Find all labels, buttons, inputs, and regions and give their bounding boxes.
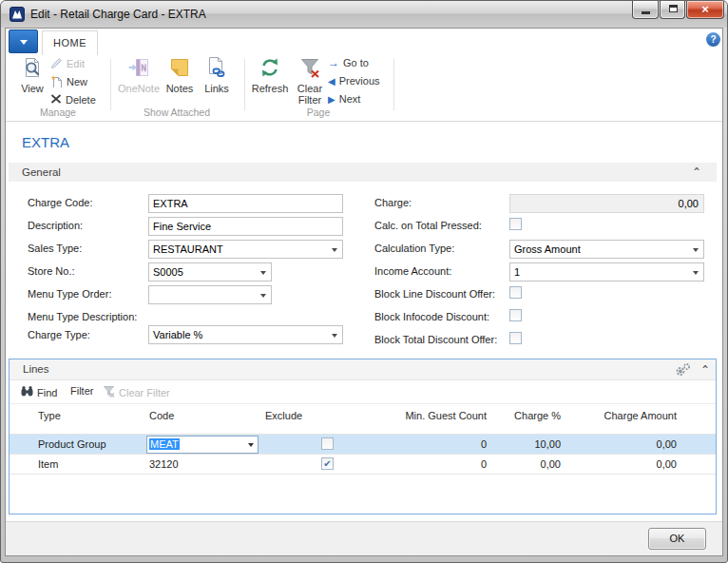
window: Edit - Retail Charge Card - EXTRA × HOME… — [0, 0, 728, 563]
minimize-icon — [642, 11, 650, 14]
lines-section: Lines ^ Find Filter Clear Filter Type Co… — [9, 359, 717, 514]
new-icon — [50, 75, 63, 89]
menu-type-description-label: Menu Type Description: — [28, 311, 137, 322]
minimize-button[interactable] — [632, 1, 659, 19]
column-header-type[interactable]: Type — [38, 410, 61, 421]
description-input[interactable] — [148, 217, 343, 236]
block-line-discount-checkbox[interactable] — [509, 286, 522, 299]
calc-on-total-pressed-label: Calc. on Total Pressed: — [374, 220, 482, 231]
goto-button[interactable]: → Go to — [328, 55, 369, 70]
calculation-type-select[interactable]: Gross Amount — [509, 240, 704, 259]
clear-filter-icon — [298, 56, 321, 81]
lines-toolbar: Find Filter Clear Filter — [10, 380, 716, 404]
charge-code-input[interactable] — [148, 194, 343, 213]
description-label: Description: — [28, 220, 83, 231]
menu-type-order-select[interactable] — [148, 285, 272, 304]
column-header-charge-pct[interactable]: Charge % — [485, 410, 561, 421]
chevron-down-icon — [248, 443, 254, 447]
find-button[interactable]: Find — [21, 385, 57, 399]
maximize-icon — [669, 5, 678, 12]
ribbon-separator — [244, 59, 245, 110]
chevron-down-icon — [693, 248, 699, 252]
window-title: Edit - Retail Charge Card - EXTRA — [30, 8, 206, 21]
notes-icon — [168, 56, 191, 81]
titlebar[interactable]: Edit - Retail Charge Card - EXTRA × — [1, 1, 727, 28]
charge-type-label: Charge Type: — [28, 329, 90, 340]
new-button[interactable]: New — [50, 74, 87, 89]
view-icon — [21, 56, 44, 81]
chevron-down-icon — [20, 40, 28, 45]
exclude-checkbox[interactable]: ✔ — [321, 457, 334, 470]
block-line-discount-label: Block Line Discount Offer: — [374, 288, 495, 300]
edit-icon — [50, 57, 63, 71]
next-button[interactable]: ▶ Next — [328, 91, 360, 107]
charge-type-select[interactable]: Variable % — [148, 325, 343, 344]
store-no-select[interactable]: S0005 — [148, 262, 272, 282]
group-label-page: Page — [244, 107, 393, 118]
help-icon: ? — [710, 34, 716, 45]
chevron-down-icon — [260, 271, 266, 275]
group-label-manage: Manage — [9, 107, 107, 118]
column-header-charge-amount[interactable]: Charge Amount — [580, 410, 677, 421]
previous-button[interactable]: ◀ Previous — [328, 73, 380, 88]
charge-field: 0,00 — [509, 194, 704, 213]
ribbon-separator — [393, 59, 394, 110]
close-icon: × — [701, 2, 709, 16]
chevron-down-icon — [332, 334, 337, 338]
chevron-down-icon — [260, 294, 266, 298]
find-icon — [21, 385, 33, 399]
income-account-select[interactable]: 1 — [509, 262, 704, 282]
view-button[interactable]: View — [14, 56, 50, 95]
tab-home[interactable]: HOME — [42, 30, 98, 55]
ribbon-divider — [6, 121, 722, 122]
application-menu-button[interactable] — [9, 29, 38, 53]
close-button[interactable]: × — [686, 1, 724, 19]
table-row[interactable]: Product Group MEAT 0 10,00 0,00 — [10, 435, 716, 455]
calculation-type-label: Calculation Type: — [374, 243, 454, 254]
block-infocode-discount-label: Block Infocode Discount: — [374, 311, 489, 322]
clear-filter-button[interactable]: Clear Filter — [292, 56, 328, 106]
exclude-checkbox[interactable] — [321, 437, 334, 450]
filter-button[interactable]: Filter — [70, 385, 93, 397]
chevron-down-icon — [693, 271, 699, 275]
collapse-general-icon[interactable]: ^ — [694, 163, 699, 182]
charge-code-label: Charge Code: — [28, 197, 93, 208]
ribbon-separator — [110, 59, 111, 110]
block-total-discount-checkbox[interactable] — [509, 332, 522, 344]
onenote-icon — [127, 56, 150, 81]
ok-button[interactable]: OK — [648, 528, 706, 550]
links-button[interactable]: Links — [199, 56, 235, 95]
block-infocode-discount-checkbox[interactable] — [509, 309, 522, 321]
column-header-code[interactable]: Code — [149, 410, 174, 421]
menu-type-order-label: Menu Type Order: — [28, 288, 111, 300]
next-icon: ▶ — [328, 94, 335, 105]
page-title: EXTRA — [22, 134, 69, 150]
code-cell-editor[interactable]: MEAT — [146, 436, 259, 454]
store-no-label: Store No.: — [28, 265, 75, 277]
column-header-min-guest-count[interactable]: Min. Guest Count — [380, 410, 487, 421]
onenote-button: OneNote — [114, 56, 163, 95]
previous-icon: ◀ — [328, 76, 335, 87]
delete-button[interactable]: Delete — [50, 92, 96, 107]
maximize-button[interactable] — [660, 1, 685, 19]
calc-on-total-pressed-checkbox[interactable] — [509, 218, 522, 230]
collapse-lines-icon[interactable]: ^ — [702, 359, 708, 379]
group-label-show-attached: Show Attached — [111, 107, 242, 118]
goto-arrow-icon: → — [328, 56, 339, 69]
links-icon — [205, 56, 228, 81]
charge-label: Charge: — [374, 197, 412, 208]
column-header-exclude[interactable]: Exclude — [265, 410, 302, 421]
delete-icon — [50, 93, 62, 107]
footer-bar — [6, 521, 722, 555]
general-section-header[interactable]: General ^ — [9, 163, 717, 182]
notes-button[interactable]: Notes — [162, 56, 198, 95]
clear-filter-lines-button: Clear Filter — [103, 385, 170, 399]
sales-type-select[interactable]: RESTAURANT — [148, 240, 343, 259]
lines-section-header[interactable]: Lines ^ — [10, 359, 716, 380]
edit-button: Edit — [50, 56, 85, 71]
help-button[interactable]: ? — [706, 32, 720, 47]
block-total-discount-label: Block Total Discount Offer: — [374, 334, 497, 345]
table-row[interactable]: Item 32120 ✔ 0 0,00 0,00 — [10, 455, 716, 475]
income-account-label: Income Account: — [374, 265, 451, 277]
refresh-button[interactable]: Refresh — [248, 56, 292, 95]
